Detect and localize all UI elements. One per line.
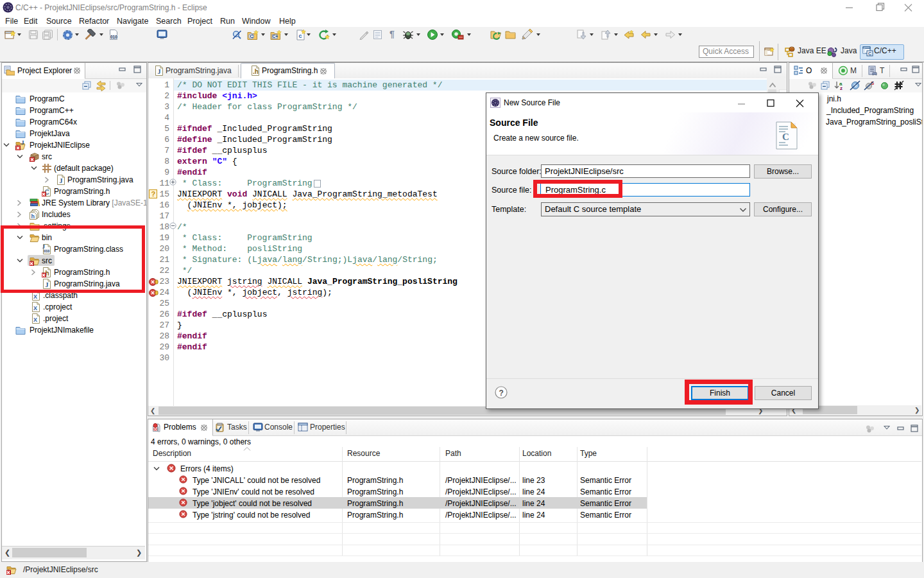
svg-text:c: c: [299, 33, 302, 39]
svg-text:?: ?: [151, 190, 156, 198]
svg-text:C: C: [868, 51, 871, 56]
svg-text:010: 010: [110, 35, 117, 39]
svg-text:J: J: [21, 140, 24, 146]
svg-text:J: J: [60, 177, 63, 184]
svg-text:C: C: [250, 33, 253, 39]
svg-text:z: z: [840, 85, 843, 91]
svg-text:J: J: [158, 68, 161, 75]
svg-text:C: C: [782, 132, 789, 142]
svg-text:.h: .h: [253, 68, 259, 75]
svg-text:C+: C+: [273, 34, 278, 39]
svg-text:h: h: [31, 213, 35, 220]
svg-text:?: ?: [499, 389, 504, 398]
